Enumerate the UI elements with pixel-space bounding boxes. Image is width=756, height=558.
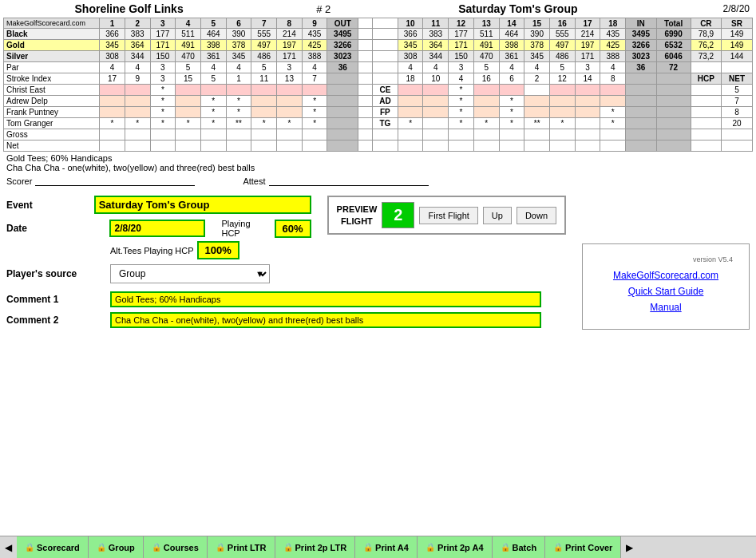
- comment2-input[interactable]: [110, 312, 541, 328]
- date-row: Date Playing HCP 60%: [6, 219, 311, 238]
- score-cell: [575, 140, 600, 152]
- alt-tees-value: 100%: [197, 241, 239, 259]
- score-cell: [176, 140, 201, 152]
- manual-link[interactable]: Manual: [599, 302, 733, 313]
- score-cell: 491: [473, 40, 499, 51]
- score-cell: [251, 85, 277, 96]
- score-cell: 5: [722, 85, 753, 96]
- score-cell: 6: [499, 73, 524, 85]
- score-cell: [691, 140, 722, 152]
- score-cell: [691, 96, 722, 107]
- score-cell: 36: [327, 62, 358, 73]
- score-cell: *: [150, 96, 176, 107]
- score-cell: [125, 140, 150, 152]
- score-cell: [524, 85, 550, 96]
- score-cell: 150: [150, 51, 176, 62]
- score-cell: 197: [277, 40, 303, 51]
- score-cell: [656, 96, 691, 107]
- date-label: Date: [6, 223, 109, 234]
- score-cell: 361: [499, 51, 524, 62]
- group-name: Saturday Tom's Group: [458, 2, 577, 15]
- score-cell: [575, 129, 600, 140]
- note-line2: Cha Cha Cha - one(white), two(yellow) an…: [6, 163, 750, 172]
- score-cell: [200, 140, 226, 152]
- score-cell: 4: [125, 62, 150, 73]
- score-cell: 17: [100, 73, 125, 85]
- spacer-cell: [358, 51, 372, 62]
- score-cell: *: [226, 107, 251, 118]
- site-link[interactable]: MakeGolfScorecard.com: [599, 270, 733, 281]
- score-cell: 16: [473, 73, 499, 85]
- comment2-row: Comment 2: [6, 312, 566, 328]
- top-header: Shoreline Golf Links # 2 Saturday Tom's …: [0, 0, 756, 18]
- score-cell: *: [449, 107, 474, 118]
- date-input[interactable]: [109, 220, 205, 237]
- quick-start-link[interactable]: Quick Start Guide: [599, 286, 733, 297]
- score-cell: *: [499, 118, 524, 129]
- right-panel: version V5.4 MakeGolfScorecard.com Quick…: [582, 243, 750, 330]
- score-cell: 5: [251, 62, 277, 73]
- first-flight-button[interactable]: First Flight: [419, 207, 477, 224]
- header-abbr: [373, 18, 398, 29]
- score-cell: 150: [449, 51, 474, 62]
- score-cell: *: [302, 118, 327, 129]
- table-row: Adrew Delp * * * * AD * *: [4, 96, 753, 107]
- score-cell: [600, 129, 626, 140]
- header-cr: CR: [691, 18, 722, 29]
- header-hole: 12: [449, 18, 474, 29]
- spacer-cell: [358, 73, 372, 85]
- score-cell: 12: [549, 73, 575, 85]
- score-cell: 345: [398, 40, 423, 51]
- score-cell: **: [226, 118, 251, 129]
- comment1-label: Comment 1: [6, 294, 110, 305]
- row-name: Gold: [4, 40, 100, 51]
- score-cell: [100, 140, 125, 152]
- down-button[interactable]: Down: [517, 207, 556, 224]
- score-cell: 4: [449, 73, 474, 85]
- comment1-input[interactable]: [110, 291, 541, 307]
- score-cell: [423, 96, 449, 107]
- score-cell: 464: [499, 29, 524, 40]
- score-cell: [626, 85, 657, 96]
- header-out: OUT: [327, 18, 358, 29]
- score-cell: *: [449, 118, 474, 129]
- score-cell: *: [499, 96, 524, 107]
- header-date: 2/8/20: [723, 3, 750, 14]
- score-cell: [626, 96, 657, 107]
- row-name: Par: [4, 62, 100, 73]
- score-cell: [125, 107, 150, 118]
- abbr-cell: CE: [373, 85, 398, 96]
- score-cell: [251, 140, 277, 152]
- up-button[interactable]: Up: [483, 207, 512, 224]
- score-cell: [600, 96, 626, 107]
- score-cell: 197: [575, 40, 600, 51]
- header-in: IN: [626, 18, 657, 29]
- score-cell: *: [200, 107, 226, 118]
- score-cell: [226, 129, 251, 140]
- score-cell: [499, 140, 524, 152]
- score-cell: 5: [549, 62, 575, 73]
- score-cell: 383: [125, 29, 150, 40]
- score-cell: 470: [176, 51, 201, 62]
- score-cell: [575, 107, 600, 118]
- event-input[interactable]: [94, 196, 311, 214]
- score-cell: [524, 140, 550, 152]
- score-cell: 345: [226, 51, 251, 62]
- score-cell: 214: [575, 29, 600, 40]
- table-row: Stroke Index 17 9 3 15 5 1 11 13 7 18 10…: [4, 73, 753, 85]
- score-cell: [473, 85, 499, 96]
- score-cell: [449, 140, 474, 152]
- score-cell: [125, 96, 150, 107]
- score-cell: 177: [449, 29, 474, 40]
- score-cell: 214: [277, 29, 303, 40]
- score-cell: *: [150, 107, 176, 118]
- score-cell: 364: [125, 40, 150, 51]
- spacer-cell: [373, 129, 398, 140]
- score-cell: NET: [722, 73, 753, 85]
- spacer-cell: [358, 118, 372, 129]
- row-name: Adrew Delp: [4, 96, 100, 107]
- score-cell: 6990: [656, 29, 691, 40]
- source-select[interactable]: Group Manual Import: [110, 264, 270, 283]
- score-cell: [656, 140, 691, 152]
- score-cell: 361: [200, 51, 226, 62]
